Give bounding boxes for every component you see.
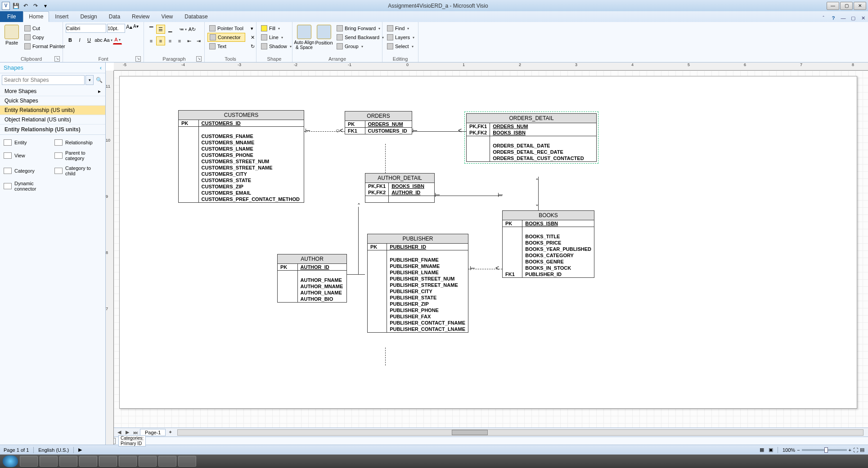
entity-author[interactable]: AUTHOR PKAUTHOR_ID AUTHOR_FNAME AUTHOR_M… [277, 254, 347, 303]
sheet-new[interactable]: ✦ [166, 429, 174, 435]
format-painter-button[interactable]: Format Painter [22, 42, 67, 51]
text-tool-button[interactable]: Text [207, 42, 245, 51]
group-button[interactable]: Group [335, 42, 386, 51]
shapes-collapse-icon[interactable]: ‹ [100, 64, 102, 71]
case-button[interactable]: Aa [103, 36, 112, 45]
entity-publisher[interactable]: PUBLISHER PKPUBLISHER_ID PUBLISHER_FNAME… [367, 234, 468, 333]
inc-indent-button[interactable]: ⇥ [194, 36, 203, 45]
clipboard-dialog-launcher[interactable]: ↘ [54, 56, 60, 62]
entity-customers[interactable]: CUSTOMERS PKCUSTOMERS_ID CUSTOMERS_FNAME… [178, 110, 304, 203]
shape-dynamic-connector[interactable]: Dynamic connector [3, 179, 52, 193]
shape-view[interactable]: View [3, 148, 52, 163]
connector[interactable] [385, 144, 386, 173]
start-button[interactable] [3, 455, 18, 467]
zoom-level[interactable]: 100% [783, 447, 795, 453]
underline-button[interactable]: U [85, 36, 94, 45]
tab-file[interactable]: File [0, 11, 23, 22]
tab-database[interactable]: Database [179, 11, 213, 22]
entity-orders[interactable]: ORDERS PKORDERS_NUM FK1CUSTOMERS_ID [345, 111, 412, 134]
undo-icon[interactable]: ↶ [22, 2, 30, 10]
align-right-button[interactable]: ≡ [166, 36, 175, 45]
fit-page-icon[interactable]: ⛶ [853, 447, 858, 453]
search-dropdown[interactable]: ▾ [85, 75, 94, 85]
tab-review[interactable]: Review [126, 11, 155, 22]
er-us-units[interactable]: Entity Relationship (US units) [0, 106, 105, 115]
connector[interactable] [435, 196, 502, 196]
taskbar-app[interactable] [178, 456, 196, 467]
taskbar-app[interactable] [139, 456, 157, 467]
qat-more[interactable]: ▾ [41, 2, 49, 10]
fill-button[interactable]: Fill [259, 24, 293, 33]
bullets-button[interactable]: ≔ [178, 25, 187, 34]
close-button[interactable]: ✕ [854, 2, 866, 10]
send-backward-button[interactable]: Send Backward [335, 33, 386, 42]
sheet-prev[interactable]: ◀ [116, 429, 123, 435]
line-button[interactable]: Line [259, 33, 293, 42]
cut-button[interactable]: Cut [22, 24, 67, 33]
taskbar-app[interactable] [79, 456, 97, 467]
connector-tool-button[interactable]: Connector [207, 33, 245, 42]
tab-design[interactable]: Design [74, 11, 103, 22]
tool-close[interactable]: ✕ [249, 33, 256, 42]
maximize-button[interactable]: ▢ [840, 2, 853, 10]
align-top-button[interactable]: ▔ [147, 25, 156, 34]
view-normal-icon[interactable]: ▦ [760, 447, 764, 453]
italic-button[interactable]: I [75, 36, 84, 45]
rotate-text-button[interactable]: A↻ [188, 25, 197, 34]
view-full-icon[interactable]: ▣ [769, 447, 773, 453]
justify-button[interactable]: ≡ [175, 36, 184, 45]
find-button[interactable]: Find [385, 24, 416, 33]
font-dialog-launcher[interactable]: ↘ [135, 56, 141, 62]
drawing-canvas[interactable]: CUSTOMERS PKCUSTOMERS_ID CUSTOMERS_FNAME… [114, 71, 868, 428]
search-icon[interactable]: 🔍 [94, 75, 103, 85]
tab-insert[interactable]: Insert [49, 11, 74, 22]
font-size-select[interactable] [107, 24, 125, 33]
taskbar-app[interactable] [59, 456, 77, 467]
shape-parent-to-category[interactable]: Parent to category [54, 148, 103, 163]
zoom-out-button[interactable]: − [797, 447, 800, 453]
redo-icon[interactable]: ↷ [31, 2, 40, 10]
status-lang[interactable]: English (U.S.) [38, 447, 69, 453]
taskbar-app[interactable] [158, 456, 176, 467]
categories-item[interactable]: Primary ID [121, 441, 144, 446]
save-icon[interactable]: 💾 [12, 2, 20, 10]
tab-data[interactable]: Data [103, 11, 126, 22]
doc-minimize-icon[interactable]: — [839, 14, 847, 22]
shape-category-to-child[interactable]: Category to child [54, 164, 103, 178]
tab-home[interactable]: Home [23, 11, 49, 22]
shape-category[interactable]: Category [3, 164, 52, 178]
macro-icon[interactable]: ▶ [78, 447, 82, 453]
connector[interactable] [347, 274, 365, 275]
doc-restore-icon[interactable]: ▢ [849, 14, 857, 22]
pointer-tool-button[interactable]: Pointer Tool [207, 24, 245, 33]
autoalign-button[interactable]: Auto Align & Space [295, 24, 313, 51]
sheet-next[interactable]: ▶ [124, 429, 131, 435]
layers-button[interactable]: Layers [385, 33, 416, 42]
doc-close-icon[interactable]: ✕ [859, 14, 867, 22]
tab-view[interactable]: View [155, 11, 179, 22]
font-color-button[interactable]: A [113, 36, 122, 45]
taskbar-app[interactable] [40, 456, 58, 467]
shape-relationship[interactable]: Relationship [54, 138, 103, 147]
quick-shapes[interactable]: Quick Shapes [0, 96, 105, 106]
bold-button[interactable]: B [66, 36, 75, 45]
taskbar-app[interactable] [99, 456, 117, 467]
paragraph-dialog-launcher[interactable]: ↘ [196, 56, 202, 62]
tool-drop2[interactable]: ↻ [249, 42, 256, 51]
more-shapes[interactable]: More Shapes▸ [0, 87, 105, 96]
font-family-select[interactable] [66, 24, 106, 33]
select-button[interactable]: Select [385, 42, 416, 51]
shape-entity[interactable]: Entity [3, 138, 52, 147]
dec-indent-button[interactable]: ⇤ [184, 36, 193, 45]
position-button[interactable]: Position [315, 24, 333, 46]
or-us-units[interactable]: Object Relational (US units) [0, 115, 105, 125]
align-left-button[interactable]: ≡ [147, 36, 156, 45]
horizontal-scrollbar[interactable] [177, 429, 864, 436]
align-bottom-button[interactable]: ▁ [166, 25, 175, 34]
taskbar-app[interactable] [119, 456, 137, 467]
entity-author-detail[interactable]: AUTHOR_DETAIL PK,FK1BOOKS_ISBN PK,FK2AUT… [365, 173, 435, 203]
sheet-last[interactable]: ⏭ [132, 430, 139, 435]
align-center-button[interactable]: ≡ [156, 36, 165, 45]
zoom-in-button[interactable]: + [849, 447, 851, 453]
entity-books[interactable]: BOOKS PKBOOKS_ISBN BOOKS_TITLE BOOKS_PRI… [502, 210, 594, 278]
